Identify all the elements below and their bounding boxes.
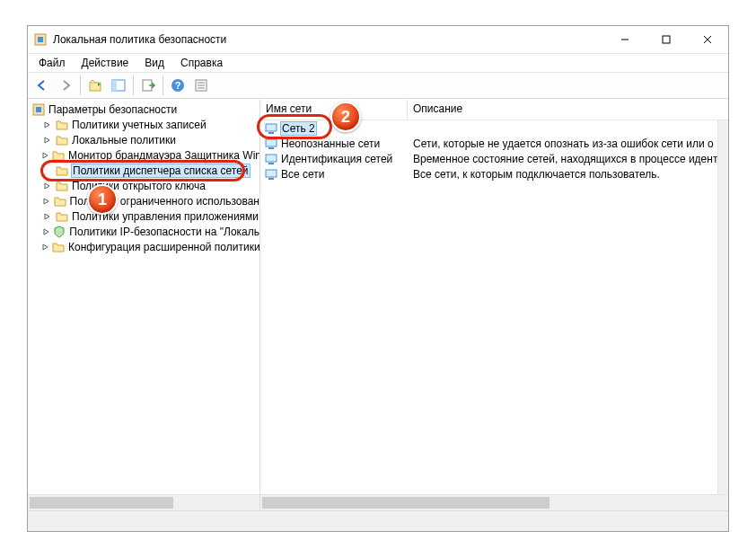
column-header-name[interactable]: Имя сети (260, 100, 408, 120)
list-cell-name: Идентификация сетей (260, 152, 408, 166)
tree-root[interactable]: Параметры безопасности (30, 102, 259, 117)
list-cell-name: Все сети (260, 167, 408, 182)
minimize-button[interactable] (604, 26, 646, 53)
toolbar: ? (28, 72, 728, 99)
svg-rect-17 (36, 107, 41, 112)
properties-button[interactable] (190, 75, 212, 95)
folder-icon (55, 209, 69, 224)
tree-item[interactable]: Политики управления приложениями (30, 208, 259, 224)
svg-rect-21 (268, 147, 274, 149)
tree-item[interactable]: Политики учетных записей (30, 117, 259, 132)
svg-rect-19 (268, 132, 274, 134)
network-icon (264, 121, 278, 136)
up-button[interactable] (84, 75, 106, 95)
tree-panel: Параметры безопасности Политики учетных … (28, 100, 260, 510)
menu-view[interactable]: Вид (137, 56, 171, 70)
list-row[interactable]: Неопознанные сетиСети, которые не удаетс… (260, 136, 717, 151)
tree-item[interactable]: Политики открытого ключа (30, 178, 259, 193)
expander-icon[interactable] (42, 150, 49, 161)
network-icon (264, 137, 278, 151)
list-row[interactable]: Идентификация сетейВременное состояние с… (260, 151, 717, 166)
tree-item-label: Политики диспетчера списка сетей (72, 164, 250, 177)
forward-button[interactable] (55, 75, 76, 95)
list-view[interactable]: Сеть 2Неопознанные сетиСети, которые не … (260, 120, 717, 494)
maximize-button[interactable] (646, 26, 687, 53)
tree-item-label: Монитор брандмауэра Защитника Win (68, 149, 259, 162)
menu-action[interactable]: Действие (75, 56, 136, 70)
list-vertical-scrollbar[interactable] (717, 120, 728, 494)
tree-item-label: Политики ограниченного использован (70, 195, 259, 208)
svg-rect-8 (112, 80, 117, 91)
menu-bar: Файл Действие Вид Справка (28, 54, 728, 72)
tree-item[interactable]: Политики IP-безопасности на "Локаль (30, 224, 259, 239)
list-cell-description: Временное состояние сетей, находящихся в… (408, 153, 717, 165)
tree-item-label: Политики открытого ключа (72, 180, 206, 192)
tree-item-label: Политики управления приложениями (72, 210, 259, 223)
export-button[interactable] (137, 75, 159, 95)
expander-icon[interactable] (42, 165, 53, 176)
scrollbar-thumb[interactable] (30, 497, 173, 509)
folder-icon (51, 240, 66, 254)
menu-help[interactable]: Справка (173, 56, 230, 70)
folder-icon (55, 118, 69, 132)
window-frame: Локальная политика безопасности Файл Дей… (27, 25, 729, 532)
window-controls (604, 26, 728, 53)
menu-file[interactable]: Файл (31, 56, 73, 70)
close-button[interactable] (687, 26, 728, 53)
list-item-name: Идентификация сетей (281, 153, 392, 165)
column-headers: Имя сети Описание (260, 100, 728, 120)
scrollbar-thumb[interactable] (262, 497, 549, 509)
security-settings-icon (31, 102, 46, 117)
list-row[interactable]: Сеть 2 (260, 120, 717, 136)
help-button[interactable]: ? (167, 75, 189, 95)
tree-item-label: Конфигурация расширенной политики (68, 241, 259, 253)
expander-icon[interactable] (42, 181, 53, 191)
tree-view[interactable]: Параметры безопасности Политики учетных … (28, 100, 259, 494)
app-icon (33, 32, 48, 47)
expander-icon[interactable] (42, 120, 53, 130)
tree-item-label: Локальные политики (72, 134, 176, 146)
list-row[interactable]: Все сетиВсе сети, к которым подключается… (260, 166, 717, 182)
folder-icon (55, 133, 69, 147)
list-item-name: Сеть 2 (281, 122, 316, 135)
column-header-description[interactable]: Описание (408, 100, 728, 120)
network-icon (264, 167, 278, 182)
tree-item[interactable]: Конфигурация расширенной политики (30, 239, 259, 254)
list-cell-name: Неопознанные сети (260, 137, 408, 151)
expander-icon[interactable] (42, 135, 53, 146)
back-button[interactable] (31, 75, 53, 95)
svg-rect-23 (268, 163, 274, 164)
toolbar-separator (133, 75, 134, 95)
folder-icon (53, 194, 67, 208)
show-hide-tree-button[interactable] (108, 75, 129, 95)
svg-rect-20 (266, 139, 277, 146)
expander-icon[interactable] (42, 196, 51, 207)
tree-horizontal-scrollbar[interactable] (28, 494, 259, 510)
tree-item-label: Политики IP-безопасности на "Локаль (69, 226, 259, 238)
window-title: Локальная политика безопасности (53, 33, 604, 46)
details-panel: Имя сети Описание Сеть 2Неопознанные сет… (260, 100, 728, 510)
title-bar[interactable]: Локальная политика безопасности (28, 26, 728, 54)
tree-item[interactable]: Политики ограниченного использован (30, 193, 259, 208)
folder-icon (51, 148, 66, 163)
list-horizontal-scrollbar[interactable] (260, 494, 728, 510)
svg-text:?: ? (175, 80, 181, 91)
toolbar-separator (163, 75, 163, 95)
toolbar-separator (80, 75, 81, 95)
svg-rect-18 (266, 124, 277, 131)
folder-icon (55, 179, 69, 193)
tree-item[interactable]: Локальные политики (30, 132, 259, 147)
svg-rect-22 (266, 155, 277, 162)
body-area: Параметры безопасности Политики учетных … (28, 99, 728, 510)
shield-icon (52, 225, 66, 239)
list-cell-description: Сети, которые не удается опознать из-за … (408, 137, 717, 150)
expander-icon[interactable] (42, 242, 49, 252)
list-item-name: Неопознанные сети (281, 137, 380, 150)
tree-item[interactable]: Политики диспетчера списка сетей (30, 163, 259, 178)
list-body: Сеть 2Неопознанные сетиСети, которые не … (260, 120, 728, 494)
network-icon (264, 152, 278, 166)
status-bar (28, 510, 728, 531)
tree-item[interactable]: Монитор брандмауэра Защитника Win (30, 147, 259, 163)
expander-icon[interactable] (42, 211, 53, 222)
expander-icon[interactable] (42, 226, 50, 237)
